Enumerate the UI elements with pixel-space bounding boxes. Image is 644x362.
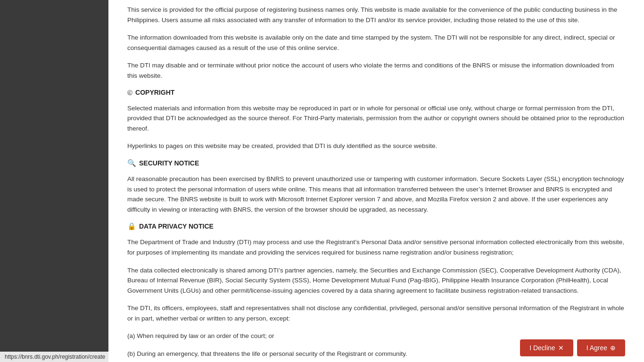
privacy-paragraph-2: The data collected electronically is sha… <box>127 265 625 296</box>
decline-label: I Decline <box>529 344 555 352</box>
privacy-paragraph-1: The Department of Trade and Industry (DT… <box>127 237 625 257</box>
security-heading: 🔍 SECURITY NOTICE <box>127 159 625 167</box>
decline-icon: ✕ <box>558 344 564 352</box>
main-content: This service is provided for the officia… <box>108 0 644 362</box>
paragraph-2: The information downloaded from this web… <box>127 33 625 53</box>
content-body: This service is provided for the officia… <box>127 0 625 362</box>
footer-buttons: I Decline ✕ I Agree ⊕ <box>108 334 644 362</box>
decline-button[interactable]: I Decline ✕ <box>520 339 573 356</box>
copyright-heading: © COPYRIGHT <box>127 89 625 97</box>
paragraph-3: The DTI may disable and or terminate wit… <box>127 60 625 81</box>
agree-icon: ⊕ <box>610 344 616 352</box>
url-text: https://bnrs.dti.gov.ph/registration/cre… <box>5 354 105 360</box>
sidebar <box>0 0 108 358</box>
copyright-icon: © <box>127 89 132 97</box>
privacy-icon: 🔒 <box>127 222 136 230</box>
paragraph-1: This service is provided for the officia… <box>127 5 625 25</box>
agree-label: I Agree <box>586 344 607 352</box>
copyright-paragraph-2: Hyperlinks to pages on this website may … <box>127 141 625 151</box>
security-icon: 🔍 <box>127 159 136 167</box>
copyright-paragraph-1: Selected materials and information from … <box>127 103 625 134</box>
scroll-container[interactable]: This service is provided for the officia… <box>108 0 644 362</box>
privacy-paragraph-3: The DTI, its officers, employees, staff … <box>127 303 625 323</box>
url-bar: https://bnrs.dti.gov.ph/registration/cre… <box>0 352 108 362</box>
security-paragraph: All reasonable precaution has been exerc… <box>127 174 625 214</box>
privacy-heading: 🔒 DATA PRIVACY NOTICE <box>127 222 625 230</box>
agree-button[interactable]: I Agree ⊕ <box>577 339 625 356</box>
